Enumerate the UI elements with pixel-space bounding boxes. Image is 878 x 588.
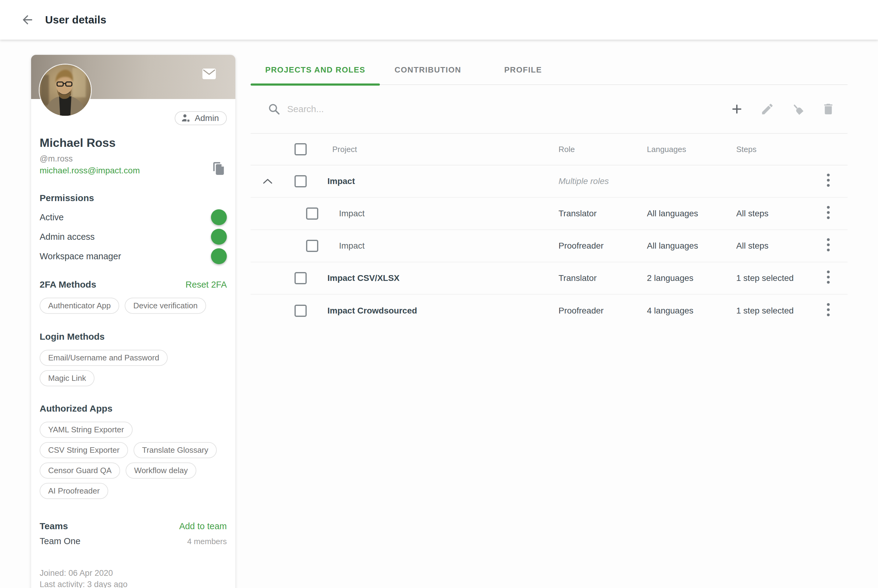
username: @m.ross (40, 153, 140, 165)
chip: Authenticator App (40, 298, 119, 314)
row-menu-button[interactable] (824, 172, 833, 191)
kebab-icon (827, 206, 830, 220)
admin-badge-label: Admin (195, 113, 219, 123)
add-button[interactable] (730, 102, 744, 116)
languages-value: All languages (647, 209, 698, 219)
steps-value: 1 step selected (736, 306, 794, 316)
row-checkbox[interactable] (306, 207, 318, 220)
avatar-portrait (40, 64, 91, 116)
project-name: Impact (339, 209, 365, 219)
row-checkbox[interactable] (295, 304, 307, 317)
chevron-up-icon (262, 178, 273, 185)
search-icon (268, 103, 281, 116)
team-members-count: 4 members (187, 537, 227, 546)
mail-icon (202, 68, 216, 80)
team-name: Team One (40, 536, 80, 546)
teams-list: Team One4 members (40, 536, 227, 546)
table-actions (730, 102, 835, 116)
copy-icon (212, 162, 225, 176)
chip: Email/Username and Password (40, 350, 168, 366)
permission-label: Workspace manager (40, 251, 121, 261)
clean-icon (791, 102, 805, 116)
send-email-button[interactable] (201, 66, 218, 81)
languages-value: 2 languages (647, 273, 693, 283)
permission-label: Active (40, 212, 64, 222)
select-all-checkbox[interactable] (295, 143, 307, 155)
table-row: ImpactProofreaderAll languagesAll steps (251, 230, 848, 262)
chip: AI Proofreader (40, 483, 108, 499)
chip: Magic Link (40, 370, 95, 386)
column-header-role: Role (558, 145, 575, 154)
row-menu-button[interactable] (824, 204, 833, 223)
permission-row: Active (40, 207, 227, 227)
details-panel: PROJECTS AND ROLESCONTRIBUTIONPROFILE (251, 55, 848, 327)
tab-profile[interactable]: PROFILE (476, 55, 570, 85)
project-name: Impact (339, 241, 365, 251)
toggle-switch[interactable] (201, 251, 224, 262)
chip: Workflow delay (126, 462, 196, 478)
kebab-icon (827, 238, 830, 252)
avatar (40, 64, 91, 116)
tab-contribution[interactable]: CONTRIBUTION (380, 55, 476, 85)
permissions-heading: Permissions (40, 193, 227, 203)
clean-button[interactable] (791, 102, 805, 116)
kebab-icon (827, 270, 830, 284)
toggle-switch[interactable] (201, 212, 224, 223)
user-name: Michael Ross (40, 136, 227, 150)
delete-icon (821, 102, 835, 116)
login-methods-heading: Login Methods (40, 332, 227, 342)
role-value: Translator (558, 273, 597, 283)
edit-icon (760, 102, 774, 116)
kebab-icon (827, 173, 830, 188)
role-value: Translator (558, 209, 597, 219)
role-value: Multiple roles (558, 176, 609, 186)
chip: Translate Glossary (134, 442, 217, 458)
add-icon (730, 102, 744, 116)
user-meta-line: Joined: 06 Apr 2020 (40, 568, 227, 579)
row-menu-button[interactable] (824, 269, 833, 288)
row-checkbox[interactable] (306, 240, 318, 252)
add-to-team-link[interactable]: Add to team (179, 521, 227, 531)
project-name: Impact (328, 176, 355, 186)
authorized-apps-heading: Authorized Apps (40, 404, 227, 414)
delete-button[interactable] (821, 102, 835, 116)
row-checkbox[interactable] (295, 272, 307, 284)
steps-value: All steps (736, 241, 768, 251)
toggle-switch[interactable] (201, 231, 224, 242)
back-button[interactable] (19, 11, 36, 28)
column-header-project: Project (332, 145, 357, 154)
permissions-list: ActiveAdmin accessWorkspace manager (40, 207, 227, 266)
reset-2fa-link[interactable]: Reset 2FA (186, 280, 227, 290)
search-input[interactable] (287, 104, 730, 114)
column-header-languages: Languages (647, 145, 686, 154)
user-meta-info: Joined: 06 Apr 2020Last activity: 3 days… (40, 568, 227, 588)
table-row: Impact CSV/XLSXTranslator2 languages1 st… (251, 262, 848, 295)
column-header-steps: Steps (736, 145, 757, 154)
twofa-heading: 2FA Methods (40, 279, 96, 290)
tab-projects-and-roles[interactable]: PROJECTS AND ROLES (251, 55, 380, 85)
row-menu-button[interactable] (824, 302, 833, 320)
row-menu-button[interactable] (824, 237, 833, 255)
role-value: Proofreader (558, 306, 604, 316)
edit-button[interactable] (760, 102, 774, 116)
collapse-row-button[interactable] (259, 178, 276, 185)
profile-banner (31, 55, 235, 99)
admin-badge: Admin (175, 111, 227, 125)
user-email-link[interactable]: michael.ross@impact.com (40, 165, 140, 176)
table-row: ImpactMultiple roles (251, 165, 848, 198)
permission-row: Admin access (40, 227, 227, 246)
app-bar: User details (0, 0, 878, 40)
copy-email-button[interactable] (210, 162, 227, 176)
table-row: ImpactTranslatorAll languagesAll steps (251, 198, 848, 230)
languages-value: 4 languages (647, 306, 693, 316)
user-card: Admin Michael Ross @m.ross michael.ross@… (31, 55, 235, 588)
row-checkbox[interactable] (295, 175, 307, 188)
chip: Device verification (125, 298, 206, 314)
team-row: Team One4 members (40, 536, 227, 546)
chip: YAML String Exporter (40, 422, 132, 438)
steps-value: 1 step selected (736, 273, 794, 283)
languages-value: All languages (647, 241, 698, 251)
role-value: Proofreader (558, 241, 604, 251)
table-header-row: Project Role Languages Steps (251, 133, 848, 165)
steps-value: All steps (736, 209, 768, 219)
